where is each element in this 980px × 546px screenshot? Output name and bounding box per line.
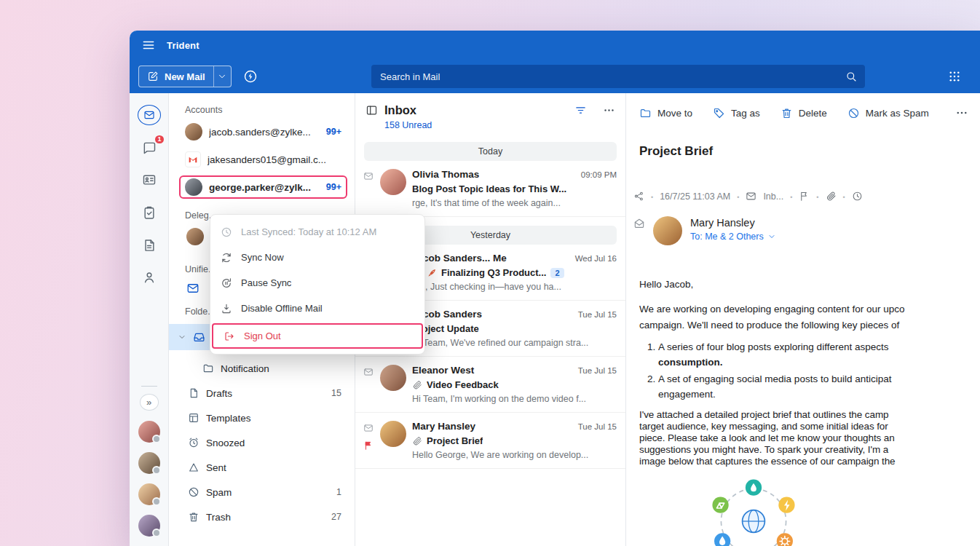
chat-badge: 1 (154, 134, 165, 145)
body-text-line: piece. Please take a look and let me kno… (639, 432, 980, 444)
sender-avatar[interactable] (653, 216, 682, 245)
rail-mail-icon[interactable] (138, 105, 161, 125)
folder-trash[interactable]: Trash 27 (169, 505, 355, 529)
attachment-icon (412, 380, 422, 390)
hamburger-menu-icon[interactable] (142, 39, 155, 52)
tag-as-button[interactable]: Tag as (713, 107, 760, 119)
new-mail-dropdown[interactable] (213, 66, 231, 87)
quick-actions-icon[interactable] (243, 69, 258, 84)
trash-icon (188, 511, 199, 523)
reading-toolbar: Move to Tag as Delete Mark as Spam (626, 93, 980, 119)
account-item-jacob[interactable]: jacob.sanders@zylke... 99+ (179, 120, 347, 143)
move-to-button[interactable]: Move to (639, 107, 692, 119)
account-name: jakesanders015@gmail.c... (208, 154, 335, 165)
titlebar: Trident (130, 31, 980, 60)
rail-chat-icon[interactable]: 1 (138, 138, 161, 158)
menu-item-sync-now[interactable]: Sync Now (210, 245, 424, 270)
rail-notes-icon[interactable] (138, 235, 161, 256)
new-mail-main[interactable]: New Mail (139, 66, 213, 87)
recipients-toggle[interactable]: To: Me & 2 Others (690, 232, 776, 242)
spam-icon (188, 486, 199, 498)
folder-snoozed[interactable]: Snoozed (169, 430, 355, 455)
delete-button[interactable]: Delete (781, 107, 827, 119)
folder-label: Sent (206, 462, 226, 473)
group-divider-today: Today (364, 142, 617, 161)
contact-avatar[interactable] (138, 515, 160, 537)
schedule-icon[interactable] (852, 191, 863, 202)
body-text-line: A set of engaging social media posts to … (658, 371, 980, 387)
message-list-header: Inbox 158 Unread (355, 93, 625, 133)
compose-icon (147, 71, 159, 82)
disable-offline-label: Disable Offline Mail (241, 303, 323, 314)
contact-avatar[interactable] (138, 483, 160, 505)
account-item-george[interactable]: george.parker@zylk... 99+ (179, 175, 347, 199)
folder-sent[interactable]: Sent (169, 455, 355, 480)
account-item-gmail[interactable]: jakesanders015@gmail.c... (179, 149, 347, 170)
pause-sync-icon (221, 277, 232, 289)
mark-spam-button[interactable]: Mark as Spam (847, 107, 929, 119)
folder-list: Inbox 158 Notification Drafts 15 Templat… (169, 324, 355, 529)
folder-drafts[interactable]: Drafts 15 (169, 381, 355, 405)
email-preview: rge, Just checking in—have you ha... (412, 282, 617, 292)
app-grid-icon[interactable] (948, 70, 961, 83)
contact-avatar[interactable] (138, 421, 160, 443)
rail-profile-icon[interactable] (138, 268, 161, 288)
folder-notification[interactable]: Notification (169, 356, 355, 381)
more-actions-icon[interactable] (955, 106, 968, 119)
folder-label: Notification (221, 363, 269, 374)
folder-label: Snoozed (206, 438, 245, 448)
sign-out-label: Sign Out (244, 331, 281, 341)
body-paragraph: We are working on developing engaging co… (639, 301, 980, 333)
chevron-down-icon[interactable] (178, 333, 186, 341)
filter-icon[interactable] (574, 104, 587, 116)
search-icon[interactable] (845, 71, 857, 82)
folder-label: Spam (206, 487, 232, 498)
rocket-icon (427, 268, 437, 278)
email-sender: Jacob Sanders (412, 309, 572, 320)
inbox-icon (193, 331, 205, 344)
folder-label: Drafts (206, 388, 232, 399)
account-avatar (185, 123, 202, 141)
email-list-item[interactable]: Mary Hansley Tue Jul 15 Project Brief He… (355, 413, 625, 469)
share-icon[interactable] (633, 191, 644, 202)
list-item: A set of engaging social media posts to … (658, 371, 980, 402)
body-numbered-list: A series of four blog posts exploring di… (639, 339, 980, 402)
app-rail: 1 » (130, 93, 169, 546)
expand-rail-button[interactable]: » (140, 394, 159, 411)
account-unread-count: 99+ (326, 182, 341, 192)
read-status-icon[interactable] (363, 367, 374, 377)
sender-block: Mary Hansley To: Me & 2 Others (633, 216, 973, 245)
attachment-icon[interactable] (826, 191, 837, 202)
email-preview: Hi Team, We've refined our campaign stra… (412, 338, 617, 348)
menu-item-pause-sync[interactable]: Pause Sync (210, 270, 424, 296)
email-time: Tue Jul 15 (578, 422, 617, 431)
contact-avatar[interactable] (138, 452, 160, 474)
read-status-icon[interactable] (363, 423, 374, 433)
read-status-icon[interactable] (363, 171, 374, 181)
sender-name: Mary Hansley (690, 217, 776, 229)
email-subject: Blog Post Topic Ideas for This W... (412, 183, 566, 194)
dot-separator (737, 191, 739, 202)
more-options-icon[interactable] (603, 104, 615, 116)
email-list-item[interactable]: Eleanor West Tue Jul 15 Video Feedback H… (355, 357, 625, 413)
rail-tasks-icon[interactable] (138, 202, 161, 223)
body-bold-text: consumption. (658, 357, 723, 368)
campaign-illustration-image (684, 478, 980, 546)
menu-item-disable-offline[interactable]: Disable Offline Mail (210, 296, 424, 321)
folder-templates[interactable]: Templates (169, 405, 355, 430)
email-list-item[interactable]: Olivia Thomas 09:09 PM Blog Post Topic I… (355, 161, 625, 217)
flag-icon[interactable] (799, 191, 810, 202)
search-bar[interactable] (371, 65, 865, 88)
dot-separator (843, 191, 845, 202)
inbox-view-icon[interactable] (365, 104, 378, 116)
rail-contacts-icon[interactable] (138, 170, 161, 191)
folder-count: 1 (336, 487, 341, 497)
dot-separator (790, 191, 792, 202)
new-mail-button[interactable]: New Mail (138, 66, 232, 87)
search-input[interactable] (371, 71, 845, 82)
dot-separator (816, 191, 818, 202)
thread-count-badge: 2 (550, 268, 564, 278)
account-name: jacob.sanders@zylke... (209, 127, 320, 138)
folder-spam[interactable]: Spam 1 (169, 480, 355, 505)
menu-item-sign-out[interactable]: Sign Out (212, 323, 423, 349)
